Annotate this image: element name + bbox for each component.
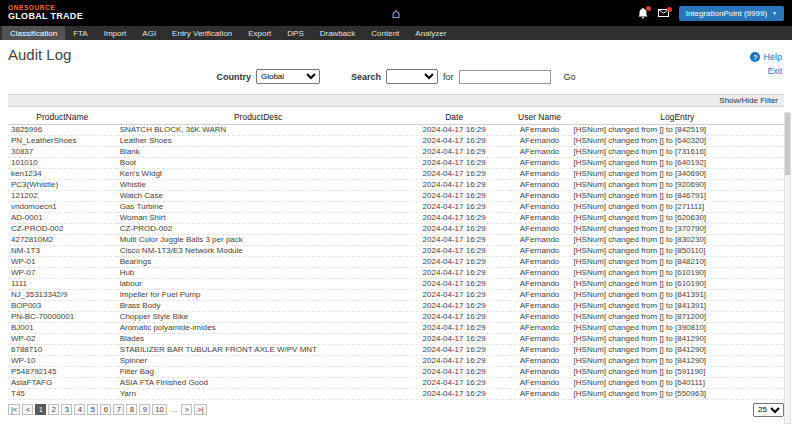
table-row[interactable]: vndomoecn1Gas Turbine2024-04-17 16:29AFe… [8,201,784,212]
column-header-date[interactable]: Date [400,110,509,124]
table-row[interactable]: 3825996SNATCH BLOCK, 36K WARN2024-04-17 … [8,124,784,135]
home-icon[interactable]: ⌂ [392,6,400,20]
go-button[interactable]: Go [564,72,576,82]
table-row[interactable]: ken1234Ken's Widgt2024-04-17 16:29AFerna… [8,168,784,179]
search-input[interactable] [459,70,551,84]
nav-item-export[interactable]: Export [240,26,279,40]
table-row[interactable]: WP-10Spinner2024-04-17 16:29AFernando[HS… [8,355,784,366]
table-cell: NJ_35313342/9 [8,289,117,300]
table-cell: AFernando [509,278,571,289]
table-cell: AFernando [509,190,571,201]
table-row[interactable]: 4272810M2Multi Color Juggle Balls 3 per … [8,234,784,245]
page-size-select[interactable]: 25 [753,403,784,417]
table-cell: AFernando [509,355,571,366]
column-header-user-name[interactable]: User Name [509,110,571,124]
table-cell: Hub [117,267,400,278]
help-link[interactable]: ? Help [750,52,782,62]
bell-icon[interactable] [638,8,648,19]
show-hide-filter-link[interactable]: Show/Hide Filter [719,96,778,105]
account-button[interactable]: IntegrationPoint (9999) ▼ [679,6,784,21]
nav-item-agi[interactable]: AGI [134,26,164,40]
table-cell: [HSNum] changed from [] to [340690] [571,168,784,179]
page-button-1[interactable]: 1 [35,404,46,415]
page-button-10[interactable]: 10 [152,404,166,415]
table-cell: AFernando [509,377,571,388]
table-cell: AFernando [509,168,571,179]
page-button-2[interactable]: 2 [48,404,59,415]
table-cell: AFernando [509,267,571,278]
table-row[interactable]: CZ-PROD-002CZ-PROD-0022024-04-17 16:29AF… [8,223,784,234]
table-row[interactable]: PN_LeatherShoesLeather Shoes2024-04-17 1… [8,135,784,146]
table-cell: 2024-04-17 16:29 [400,256,509,267]
nav-item-entry-verification[interactable]: Entry Verification [164,26,240,40]
table-cell: 2024-04-17 16:29 [400,168,509,179]
table-row[interactable]: 101010Boot2024-04-17 16:29AFernando[HSNu… [8,157,784,168]
page-button-5[interactable]: 5 [87,404,98,415]
nav-item-content[interactable]: Content [363,26,407,40]
nav-item-import[interactable]: Import [96,26,135,40]
nav-item-fta[interactable]: FTA [65,26,96,40]
table-row[interactable]: T45Yarn2024-04-17 16:29AFernando[HSNum] … [8,388,784,399]
table-row[interactable]: WP-02Blades2024-04-17 16:29AFernando[HSN… [8,333,784,344]
table-row[interactable]: 6788710STABILIZER BAR TUBULAR FRONT AXLE… [8,344,784,355]
table-row[interactable]: 30837Blank2024-04-17 16:29AFernando[HSNu… [8,146,784,157]
table-row[interactable]: WP-07Hub2024-04-17 16:29AFernando[HSNum]… [8,267,784,278]
country-select[interactable]: Global [256,69,320,84]
table-cell: AFernando [509,124,571,135]
table-row[interactable]: PN-BC-70000001Chopper Style Bike2024-04-… [8,311,784,322]
nav-item-dps[interactable]: DPS [279,26,311,40]
table-row[interactable]: 1111labour2024-04-17 16:29AFernando[HSNu… [8,278,784,289]
nav-item-analyzer[interactable]: Analyzer [407,26,454,40]
scrollbar-thumb[interactable] [785,113,790,175]
page-button-4[interactable]: 4 [74,404,85,415]
table-cell: 2024-04-17 16:29 [400,377,509,388]
table-cell: [HSNum] changed from [] to [640320] [571,135,784,146]
page-button-9[interactable]: 9 [139,404,150,415]
table-row[interactable]: PC3(Whistle)Whistle2024-04-17 16:29AFern… [8,179,784,190]
page-button-3[interactable]: 3 [61,404,72,415]
table-row[interactable]: NJ_35313342/9Impeller for Fuel Pump2024-… [8,289,784,300]
page-button-7[interactable]: 7 [113,404,124,415]
table-cell: WP-01 [8,256,117,267]
table-row[interactable]: 121202Watch Case2024-04-17 16:29AFernand… [8,190,784,201]
table-cell: 2024-04-17 16:29 [400,333,509,344]
search-field-select[interactable] [386,69,438,84]
table-cell: AFernando [509,223,571,234]
table-cell: PC3(Whistle) [8,179,117,190]
table-cell: WP-07 [8,267,117,278]
column-header-logentry[interactable]: LogEntry [571,110,784,124]
table-cell: AFernando [509,333,571,344]
table-row[interactable]: P548792145Filter Bag2024-04-17 16:29AFer… [8,366,784,377]
column-header-productname[interactable]: ProductName [8,110,117,124]
vertical-scrollbar[interactable] [784,112,791,424]
next-page-button[interactable]: > [181,404,192,415]
table-cell: CZ-PROD-002 [8,223,117,234]
exit-link[interactable]: Exit [768,66,782,76]
column-header-productdesc[interactable]: ProductDesc [117,110,400,124]
table-cell: [HSNum] changed from [] to [370790] [571,223,784,234]
table-cell: Brass Body [117,300,400,311]
table-cell: AFernando [509,135,571,146]
table-row[interactable]: BJ001Aromatic polyamide-imides2024-04-17… [8,322,784,333]
table-cell: NM-1T3 [8,245,117,256]
prev-page-button[interactable]: < [22,404,33,415]
nav-item-drawback[interactable]: Drawback [312,26,364,40]
nav-item-classification[interactable]: Classification [2,26,65,40]
first-page-button[interactable]: |< [8,404,20,415]
last-page-button[interactable]: >| [194,404,206,415]
table-row[interactable]: AsiaFTAFGASIA FTA Finished Good2024-04-1… [8,377,784,388]
table-cell: ken1234 [8,168,117,179]
mail-icon[interactable] [658,9,669,17]
table-row[interactable]: BOP003Brass Body2024-04-17 16:29AFernand… [8,300,784,311]
table-row[interactable]: AD-0001Woman Shirt2024-04-17 16:29AFerna… [8,212,784,223]
page-button-8[interactable]: 8 [126,404,137,415]
table-cell: AFernando [509,146,571,157]
table-row[interactable]: NM-1T3Cisco NM-1T3/E3 Network Module2024… [8,245,784,256]
page-button-6[interactable]: 6 [100,404,111,415]
table-cell: Woman Shirt [117,212,400,223]
filter-row: Country Global Search for Go [8,69,784,84]
table-cell: [HSNum] changed from [] to [640192] [571,157,784,168]
table-cell: Cisco NM-1T3/E3 Network Module [117,245,400,256]
audit-log-table: ProductNameProductDescDateUser NameLogEn… [8,110,784,400]
table-row[interactable]: WP-01Bearings2024-04-17 16:29AFernando[H… [8,256,784,267]
